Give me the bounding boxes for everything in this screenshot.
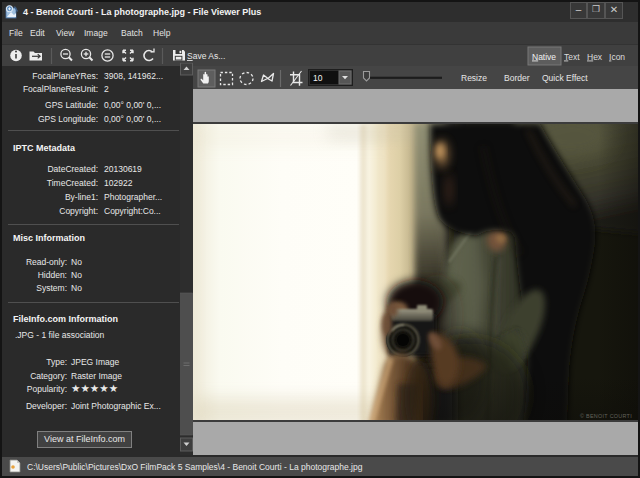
svg-text:Save As...: Save As...: [187, 51, 225, 61]
svg-text:Text: Text: [564, 52, 580, 62]
svg-text:Border: Border: [504, 73, 530, 83]
svg-text:Hex: Hex: [587, 52, 603, 62]
svg-text:Quick Effect: Quick Effect: [542, 73, 588, 83]
svg-text:Resize: Resize: [461, 73, 487, 83]
svg-text:© BENOIT COURTI: © BENOIT COURTI: [580, 413, 632, 419]
svg-text:Native: Native: [532, 52, 556, 62]
svg-text:Icon: Icon: [609, 52, 625, 62]
svg-text:10: 10: [313, 73, 323, 83]
